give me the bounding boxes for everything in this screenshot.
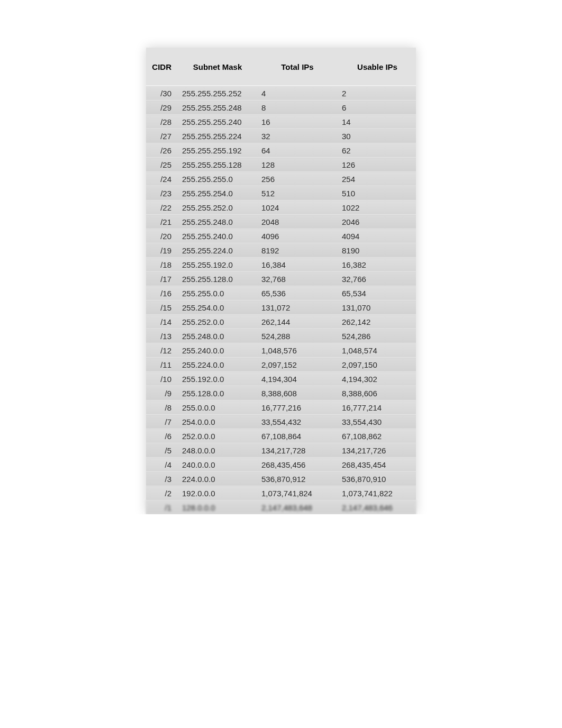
cell-usable: 510: [337, 186, 416, 201]
cell-total: 2,097,152: [256, 358, 337, 372]
table-row: /25255.255.255.128128126: [146, 158, 416, 172]
table-row: /15255.254.0.0131,072131,070: [146, 301, 416, 315]
table-row: /9255.128.0.08,388,6088,388,606: [146, 386, 416, 401]
cell-total: 4,194,304: [256, 372, 337, 386]
cell-total: 64: [256, 143, 337, 158]
table-body: /30255.255.255.25242/29255.255.255.24886…: [146, 86, 416, 514]
cell-mask: 255.255.224.0: [177, 243, 256, 258]
table-row: /12255.240.0.01,048,5761,048,574: [146, 343, 416, 358]
cell-cidr: /29: [146, 101, 177, 115]
cell-cidr: /17: [146, 272, 177, 286]
cell-mask: 254.0.0.0: [177, 415, 256, 429]
cell-mask: 128.0.0.0: [177, 501, 256, 515]
cell-total: 2,147,483,648: [256, 501, 337, 515]
cell-usable: 33,554,430: [337, 415, 416, 429]
cell-total: 65,536: [256, 286, 337, 301]
cell-mask: 255.128.0.0: [177, 386, 256, 401]
cell-usable: 1,048,574: [337, 343, 416, 358]
cell-mask: 255.240.0.0: [177, 343, 256, 358]
cell-cidr: /6: [146, 429, 177, 443]
cell-total: 131,072: [256, 301, 337, 315]
table-row: /1128.0.0.02,147,483,6482,147,483,646: [146, 501, 416, 515]
cell-mask: 252.0.0.0: [177, 429, 256, 443]
cell-cidr: /2: [146, 486, 177, 501]
cell-mask: 255.255.192.0: [177, 258, 256, 272]
cell-usable: 4094: [337, 229, 416, 243]
cell-mask: 255.252.0.0: [177, 315, 256, 329]
table-row: /8255.0.0.016,777,21616,777,214: [146, 401, 416, 415]
cell-total: 1,048,576: [256, 343, 337, 358]
cell-total: 536,870,912: [256, 472, 337, 486]
cell-usable: 8,388,606: [337, 386, 416, 401]
cell-cidr: /9: [146, 386, 177, 401]
table-row: /27255.255.255.2243230: [146, 129, 416, 143]
cell-usable: 2: [337, 86, 416, 101]
cell-total: 8: [256, 101, 337, 115]
cell-total: 262,144: [256, 315, 337, 329]
cell-mask: 255.255.128.0: [177, 272, 256, 286]
cell-total: 1,073,741,824: [256, 486, 337, 501]
cell-usable: 2046: [337, 215, 416, 229]
cell-total: 16,384: [256, 258, 337, 272]
cell-total: 8192: [256, 243, 337, 258]
cell-cidr: /20: [146, 229, 177, 243]
cell-cidr: /5: [146, 443, 177, 458]
table-row: /23255.255.254.0512510: [146, 186, 416, 201]
cell-mask: 192.0.0.0: [177, 486, 256, 501]
table-row: /21255.255.248.020482046: [146, 215, 416, 229]
table-row: /29255.255.255.24886: [146, 101, 416, 115]
table-row: /3224.0.0.0536,870,912536,870,910: [146, 472, 416, 486]
cell-cidr: /19: [146, 243, 177, 258]
cell-usable: 131,070: [337, 301, 416, 315]
cell-total: 32,768: [256, 272, 337, 286]
cell-mask: 255.0.0.0: [177, 401, 256, 415]
cell-mask: 255.255.255.224: [177, 129, 256, 143]
table-row: /30255.255.255.25242: [146, 86, 416, 101]
cell-mask: 255.255.240.0: [177, 229, 256, 243]
table-row: /19255.255.224.081928190: [146, 243, 416, 258]
header-cidr: CIDR: [146, 48, 177, 86]
cell-usable: 1,073,741,822: [337, 486, 416, 501]
cell-usable: 6: [337, 101, 416, 115]
cell-cidr: /15: [146, 301, 177, 315]
cell-cidr: /23: [146, 186, 177, 201]
cell-mask: 255.255.255.252: [177, 86, 256, 101]
cell-usable: 67,108,862: [337, 429, 416, 443]
cell-total: 256: [256, 172, 337, 186]
cell-cidr: /27: [146, 129, 177, 143]
cell-usable: 2,147,483,646: [337, 501, 416, 515]
table-row: /18255.255.192.016,38416,382: [146, 258, 416, 272]
cell-cidr: /18: [146, 258, 177, 272]
cell-mask: 255.255.254.0: [177, 186, 256, 201]
cell-cidr: /12: [146, 343, 177, 358]
cell-total: 512: [256, 186, 337, 201]
cell-total: 32: [256, 129, 337, 143]
cell-cidr: /8: [146, 401, 177, 415]
cell-usable: 134,217,726: [337, 443, 416, 458]
cell-cidr: /25: [146, 158, 177, 172]
table-row: /20255.255.240.040964094: [146, 229, 416, 243]
cidr-table: CIDR Subnet Mask Total IPs Usable IPs /3…: [146, 48, 416, 514]
cell-mask: 224.0.0.0: [177, 472, 256, 486]
cell-mask: 255.248.0.0: [177, 329, 256, 343]
cell-usable: 4,194,302: [337, 372, 416, 386]
table-row: /2192.0.0.01,073,741,8241,073,741,822: [146, 486, 416, 501]
table-row: /10255.192.0.04,194,3044,194,302: [146, 372, 416, 386]
cell-usable: 1022: [337, 201, 416, 215]
table-row: /24255.255.255.0256254: [146, 172, 416, 186]
cell-total: 1024: [256, 201, 337, 215]
table-row: /6252.0.0.067,108,86467,108,862: [146, 429, 416, 443]
cell-cidr: /16: [146, 286, 177, 301]
table-row: /5248.0.0.0134,217,728134,217,726: [146, 443, 416, 458]
table-row: /17255.255.128.032,76832,766: [146, 272, 416, 286]
cell-usable: 524,286: [337, 329, 416, 343]
cell-mask: 248.0.0.0: [177, 443, 256, 458]
cell-total: 4096: [256, 229, 337, 243]
cell-usable: 268,435,454: [337, 458, 416, 472]
cell-total: 16: [256, 115, 337, 129]
table-row: /22255.255.252.010241022: [146, 201, 416, 215]
cell-total: 134,217,728: [256, 443, 337, 458]
cell-mask: 255.255.255.0: [177, 172, 256, 186]
cell-usable: 2,097,150: [337, 358, 416, 372]
header-mask: Subnet Mask: [177, 48, 256, 86]
